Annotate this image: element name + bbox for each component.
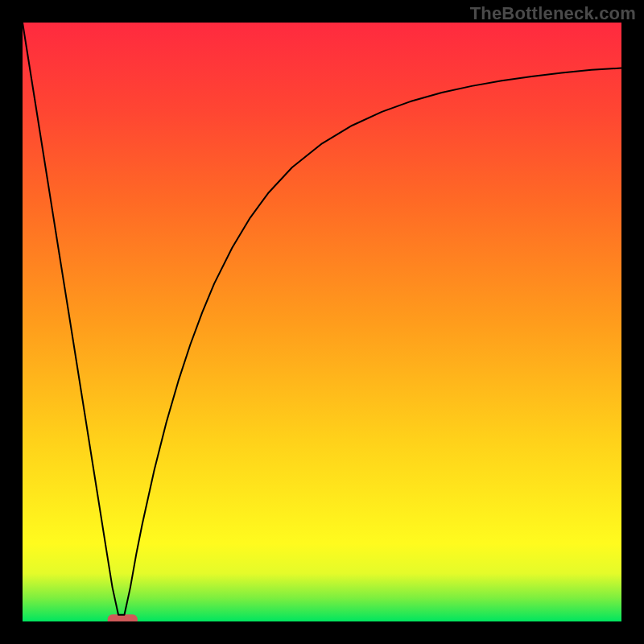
gradient-background <box>23 23 621 621</box>
chart-frame: TheBottleneck.com <box>0 0 644 644</box>
chart-svg <box>23 23 621 621</box>
watermark-text: TheBottleneck.com <box>470 3 636 24</box>
plot-area <box>23 23 621 621</box>
